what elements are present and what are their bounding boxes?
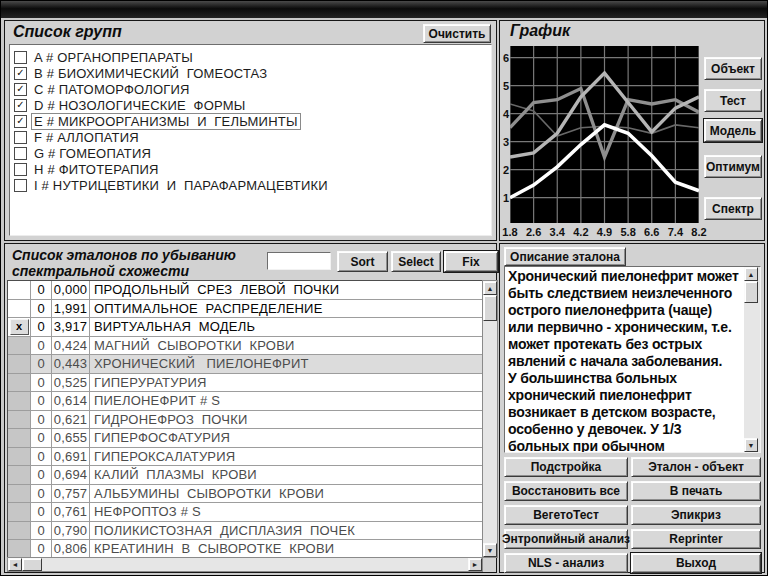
action-button-2[interactable]: Эталон - объект xyxy=(631,457,761,477)
group-checkbox[interactable] xyxy=(14,131,27,144)
scroll-up-icon[interactable]: ▲ xyxy=(744,267,758,281)
row-mark-cell[interactable] xyxy=(8,392,31,410)
graph-button-5[interactable]: Спектр xyxy=(704,197,762,220)
row-mark-cell[interactable]: x xyxy=(8,318,31,336)
group-item[interactable]: I # НУТРИЦЕВТИКИ И ПАРАФАРМАЦЕВТИКИ xyxy=(10,177,491,193)
group-item[interactable]: ✓C # ПАТОМОРФОЛОГИЯ xyxy=(10,81,491,97)
group-item[interactable]: A # ОРГАНОПРЕПАРАТЫ xyxy=(10,49,491,65)
sort-button[interactable]: Sort xyxy=(337,251,388,272)
select-button[interactable]: Select xyxy=(391,251,441,272)
etalon-row[interactable]: 00,806КРЕАТИНИН В СЫВОРОТКЕ КРОВИ xyxy=(8,540,482,558)
row-mark-cell[interactable] xyxy=(8,503,31,521)
graph-button-2[interactable]: Тест xyxy=(704,89,762,112)
row-name-cell[interactable]: ОПТИМАЛЬНОЕ РАСПРЕДЕЛЕНИЕ xyxy=(90,300,482,318)
group-item[interactable]: F # АЛЛОПАТИЯ xyxy=(10,129,491,145)
description-scroll-thumb[interactable] xyxy=(744,281,758,303)
row-name-cell[interactable]: ПРОДОЛЬНЫЙ СРЕЗ ЛЕВОЙ ПОЧКИ xyxy=(90,281,482,299)
row-name-cell[interactable]: КРЕАТИНИН В СЫВОРОТКЕ КРОВИ xyxy=(90,540,482,558)
action-button-9[interactable]: NLS - анализ xyxy=(504,553,628,573)
row-name-cell[interactable]: КАЛИЙ ПЛАЗМЫ КРОВИ xyxy=(90,466,482,484)
action-button-10[interactable]: Выход xyxy=(631,553,761,573)
etalon-row[interactable]: 00,691ГИПЕРОКСАЛАТУРИЯ xyxy=(8,448,482,467)
group-checkbox[interactable] xyxy=(14,51,27,64)
row-name-cell[interactable]: ГИПЕРУРАТУРИЯ xyxy=(90,374,482,392)
group-item[interactable]: ✓D # НОЗОЛОГИЧЕСКИЕ ФОРМЫ xyxy=(10,97,491,113)
group-checkbox[interactable] xyxy=(14,179,27,192)
etalon-horizontal-scrollbar[interactable]: ◄ ► xyxy=(7,557,483,572)
row-mark-cell[interactable] xyxy=(8,485,31,503)
scroll-down-icon[interactable]: ▼ xyxy=(744,438,758,452)
row-name-cell[interactable]: ХРОНИЧЕСКИЙ ПИЕЛОНЕФРИТ xyxy=(90,355,482,373)
group-item[interactable]: ✓B # БИОХИМИЧЕСКИЙ ГОМЕОСТАЗ xyxy=(10,65,491,81)
row-mark-cell[interactable] xyxy=(8,448,31,466)
row-mark-cell[interactable] xyxy=(8,466,31,484)
action-button-5[interactable]: ВегетоТест xyxy=(504,505,628,525)
action-button-8[interactable]: Reprinter xyxy=(631,529,761,549)
description-scroll-track[interactable] xyxy=(744,303,760,438)
group-checkbox[interactable]: ✓ xyxy=(14,115,27,128)
row-name-cell[interactable]: ГИПЕРФОСФАТУРИЯ xyxy=(90,429,482,447)
row-name-cell[interactable]: ВИРТУАЛЬНАЯ МОДЕЛЬ xyxy=(90,318,482,336)
description-header-button[interactable]: Описание эталона xyxy=(504,247,626,266)
etalon-vscroll-track[interactable] xyxy=(483,321,497,543)
row-mark-cell[interactable] xyxy=(8,355,31,373)
scroll-right-icon[interactable]: ► xyxy=(468,558,482,571)
row-mark-cell[interactable] xyxy=(8,300,31,318)
etalon-row[interactable]: 00,757АЛЬБУМИНЫ СЫВОРОТКИ КРОВИ xyxy=(8,485,482,504)
group-item[interactable]: G # ГОМЕОПАТИЯ xyxy=(10,145,491,161)
group-item[interactable]: ✓E # МИКРООРГАНИЗМЫ И ГЕЛЬМИНТЫ xyxy=(10,113,491,129)
fix-button[interactable]: Fix xyxy=(444,251,498,272)
etalon-row[interactable]: 00,761НЕФРОПТОЗ # S xyxy=(8,503,482,522)
etalon-row[interactable]: x03,917ВИРТУАЛЬНАЯ МОДЕЛЬ xyxy=(8,318,482,337)
etalon-row[interactable]: 00,443ХРОНИЧЕСКИЙ ПИЕЛОНЕФРИТ xyxy=(8,355,482,374)
group-checkbox[interactable] xyxy=(14,163,27,176)
row-name-cell[interactable]: АЛЬБУМИНЫ СЫВОРОТКИ КРОВИ xyxy=(90,485,482,503)
action-button-4[interactable]: В печать xyxy=(631,481,761,501)
etalon-row[interactable]: 01,991ОПТИМАЛЬНОЕ РАСПРЕДЕЛЕНИЕ xyxy=(8,300,482,319)
group-item[interactable]: H # ФИТОТЕРАПИЯ xyxy=(10,161,491,177)
row-mark-cell[interactable] xyxy=(8,374,31,392)
etalon-hscroll-thumb[interactable] xyxy=(22,558,42,571)
scroll-up-icon[interactable]: ▲ xyxy=(483,281,497,295)
etalon-row[interactable]: 00,621ГИДРОНЕФРОЗ ПОЧКИ xyxy=(8,411,482,430)
row-name-cell[interactable]: ПИЕЛОНЕФРИТ # S xyxy=(90,392,482,410)
row-mark-cell[interactable] xyxy=(8,411,31,429)
group-checkbox[interactable] xyxy=(14,147,27,160)
row-name-cell[interactable]: НЕФРОПТОЗ # S xyxy=(90,503,482,521)
graph-button-4[interactable]: Оптимум xyxy=(704,155,762,178)
action-button-1[interactable]: Подстройка xyxy=(504,457,628,477)
etalon-row[interactable]: 00,655ГИПЕРФОСФАТУРИЯ xyxy=(8,429,482,448)
row-mark-cell[interactable] xyxy=(8,429,31,447)
etalon-row[interactable]: 00,694КАЛИЙ ПЛАЗМЫ КРОВИ xyxy=(8,466,482,485)
graph-button-1[interactable]: Объект xyxy=(704,57,762,80)
etalon-hscroll-track[interactable] xyxy=(42,558,468,571)
clear-button[interactable]: Очистить xyxy=(423,24,491,43)
etalon-row[interactable]: 00,424МАГНИЙ СЫВОРОТКИ КРОВИ xyxy=(8,337,482,356)
scroll-down-icon[interactable]: ▼ xyxy=(483,543,497,557)
row-mark-cell[interactable] xyxy=(8,281,31,299)
group-checkbox[interactable]: ✓ xyxy=(14,67,27,80)
group-checkbox[interactable]: ✓ xyxy=(14,99,27,112)
group-list[interactable]: A # ОРГАНОПРЕПАРАТЫ✓B # БИОХИМИЧЕСКИЙ ГО… xyxy=(9,44,492,236)
row-mark-cell[interactable] xyxy=(8,540,31,558)
etalon-row[interactable]: 00,000ПРОДОЛЬНЫЙ СРЕЗ ЛЕВОЙ ПОЧКИ xyxy=(8,281,482,300)
filter-input[interactable] xyxy=(267,252,331,270)
etalon-vertical-scrollbar[interactable]: ▲ ▼ xyxy=(482,280,498,558)
action-button-3[interactable]: Восстановить все xyxy=(504,481,628,501)
etalon-vscroll-thumb[interactable] xyxy=(483,295,497,321)
row-name-cell[interactable]: ПОЛИКИСТОЗНАЯ ДИСПЛАЗИЯ ПОЧЕК xyxy=(90,522,482,540)
etalon-row[interactable]: 00,790ПОЛИКИСТОЗНАЯ ДИСПЛАЗИЯ ПОЧЕК xyxy=(8,522,482,541)
etalon-row[interactable]: 00,525ГИПЕРУРАТУРИЯ xyxy=(8,374,482,393)
graph-button-3[interactable]: Модель xyxy=(704,119,762,142)
etalon-row[interactable]: 00,614ПИЕЛОНЕФРИТ # S xyxy=(8,392,482,411)
row-name-cell[interactable]: ГИПЕРОКСАЛАТУРИЯ xyxy=(90,448,482,466)
row-mark-cell[interactable] xyxy=(8,337,31,355)
row-name-cell[interactable]: ГИДРОНЕФРОЗ ПОЧКИ xyxy=(90,411,482,429)
scroll-left-icon[interactable]: ◄ xyxy=(8,558,22,571)
row-name-cell[interactable]: МАГНИЙ СЫВОРОТКИ КРОВИ xyxy=(90,337,482,355)
group-checkbox[interactable]: ✓ xyxy=(14,83,27,96)
row-mark-cell[interactable] xyxy=(8,522,31,540)
action-button-7[interactable]: Энтропийный анализ xyxy=(504,529,628,549)
description-scrollbar[interactable]: ▲ ▼ xyxy=(744,267,760,452)
action-button-6[interactable]: Эпикриз xyxy=(631,505,761,525)
